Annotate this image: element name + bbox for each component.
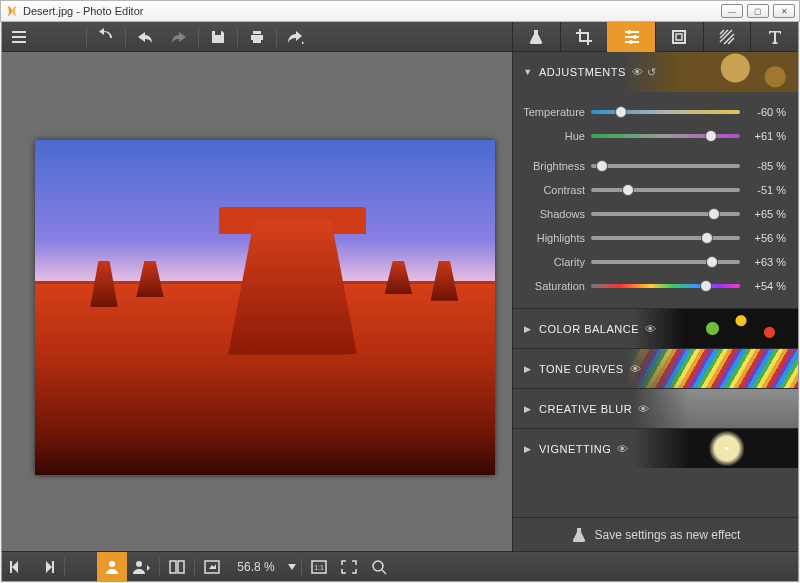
share-icon — [287, 30, 305, 44]
hamburger-menu-button[interactable] — [2, 22, 36, 52]
app-logo-icon — [5, 4, 19, 18]
window-minimize-button[interactable]: — — [721, 4, 743, 18]
tab-texture[interactable] — [703, 22, 751, 52]
caret-right-icon: ▶ — [523, 324, 533, 334]
slider-highlights: Highlights +56 % — [521, 226, 786, 250]
fit-icon — [204, 560, 220, 574]
tab-effects[interactable] — [512, 22, 560, 52]
slider-track-clarity[interactable] — [591, 260, 740, 264]
view-single-button[interactable] — [97, 552, 127, 582]
history-back-button[interactable] — [128, 22, 162, 52]
slider-saturation: Saturation +54 % — [521, 274, 786, 298]
slider-clarity: Clarity +63 % — [521, 250, 786, 274]
svg-rect-4 — [676, 34, 682, 40]
svg-rect-3 — [673, 31, 685, 43]
save-as-effect-button[interactable]: Save settings as new effect — [513, 517, 798, 551]
slider-value: -85 % — [740, 160, 786, 172]
tab-crop[interactable] — [560, 22, 608, 52]
print-icon — [249, 29, 265, 45]
eye-icon[interactable]: 👁 — [638, 403, 650, 415]
section-label: TONE CURVES — [539, 363, 624, 375]
window-maximize-button[interactable]: ▢ — [747, 4, 769, 18]
undo-button[interactable] — [89, 22, 123, 52]
svg-rect-7 — [170, 561, 176, 573]
slider-track-brightness[interactable] — [591, 164, 740, 168]
canvas-image — [35, 140, 495, 475]
fit-screen-button[interactable] — [197, 552, 227, 582]
caret-right-icon: ▶ — [523, 364, 533, 374]
fit-window-icon — [341, 560, 357, 574]
svg-point-5 — [109, 561, 115, 567]
slider-value: +54 % — [740, 280, 786, 292]
eye-icon[interactable]: 👁 — [630, 363, 642, 375]
eye-icon[interactable]: 👁 — [632, 66, 644, 78]
svg-point-1 — [633, 35, 637, 39]
svg-point-12 — [373, 561, 383, 571]
zoom-actual-button[interactable]: 1:1 — [304, 552, 334, 582]
slider-value: +65 % — [740, 208, 786, 220]
window-title: Desert.jpg - Photo Editor — [23, 5, 143, 17]
section-label: ADJUSTMENTS — [539, 66, 626, 78]
slider-track-highlights[interactable] — [591, 236, 740, 240]
save-icon — [210, 29, 226, 45]
status-bar: 56.8 % 1:1 — [2, 551, 798, 581]
slider-track-saturation[interactable] — [591, 284, 740, 288]
history-forward-button[interactable] — [162, 22, 196, 52]
save-button[interactable] — [201, 22, 235, 52]
section-creative-blur[interactable]: ▶ CREATIVE BLUR 👁 — [513, 388, 798, 428]
section-tone-curves[interactable]: ▶ TONE CURVES 👁 — [513, 348, 798, 388]
arrow-forward-icon — [171, 30, 187, 44]
tab-adjust[interactable] — [607, 22, 655, 52]
titlebar: Desert.jpg - Photo Editor — ▢ ✕ — [0, 0, 800, 22]
navigator-button[interactable] — [364, 552, 394, 582]
right-panel: ▼ ADJUSTMENTS 👁 ↺ Temperature -60 % Hue … — [512, 52, 798, 551]
svg-text:1:1: 1:1 — [314, 564, 324, 571]
canvas-area[interactable] — [2, 52, 512, 551]
reset-icon[interactable]: ↺ — [647, 66, 657, 79]
prev-image-button[interactable] — [2, 552, 32, 582]
section-label: VIGNETTING — [539, 443, 611, 455]
svg-rect-8 — [178, 561, 184, 573]
next-image-button[interactable] — [32, 552, 62, 582]
section-vignetting[interactable]: ▶ VIGNETTING 👁 — [513, 428, 798, 468]
slider-track-temperature[interactable] — [591, 110, 740, 114]
eye-icon[interactable]: 👁 — [617, 443, 629, 455]
zoom-fit-button[interactable] — [334, 552, 364, 582]
adjustments-sliders: Temperature -60 % Hue +61 % Brightness -… — [513, 92, 798, 308]
window-close-button[interactable]: ✕ — [773, 4, 795, 18]
slider-hue: Hue +61 % — [521, 124, 786, 148]
slider-value: -51 % — [740, 184, 786, 196]
eye-icon[interactable]: 👁 — [645, 323, 657, 335]
split-icon — [169, 560, 185, 574]
slider-track-contrast[interactable] — [591, 188, 740, 192]
caret-down-icon: ▼ — [523, 67, 533, 77]
zoom-dropdown-button[interactable] — [285, 552, 299, 582]
section-adjustments[interactable]: ▼ ADJUSTMENTS 👁 ↺ — [513, 52, 798, 92]
slider-shadows: Shadows +65 % — [521, 202, 786, 226]
magnifier-icon — [371, 559, 387, 575]
svg-point-0 — [627, 30, 631, 34]
main-area: ▼ ADJUSTMENTS 👁 ↺ Temperature -60 % Hue … — [2, 52, 798, 551]
arrow-back-icon — [137, 30, 153, 44]
section-label: COLOR BALANCE — [539, 323, 639, 335]
person-single-icon — [104, 560, 120, 574]
tab-preset[interactable] — [655, 22, 703, 52]
flask-save-icon — [571, 527, 587, 543]
slider-track-shadows[interactable] — [591, 212, 740, 216]
view-batch-button[interactable] — [127, 552, 157, 582]
sliders-icon — [623, 28, 641, 46]
slider-brightness: Brightness -85 % — [521, 154, 786, 178]
slider-value: +63 % — [740, 256, 786, 268]
compare-split-button[interactable] — [162, 552, 192, 582]
chevron-down-icon — [288, 564, 296, 570]
print-button[interactable] — [240, 22, 274, 52]
panel-tabs — [512, 22, 798, 52]
slider-contrast: Contrast -51 % — [521, 178, 786, 202]
section-color-balance[interactable]: ▶ COLOR BALANCE 👁 — [513, 308, 798, 348]
slider-value: +56 % — [740, 232, 786, 244]
tab-text[interactable] — [750, 22, 798, 52]
slider-value: -60 % — [740, 106, 786, 118]
share-button[interactable] — [279, 22, 313, 52]
slider-track-hue[interactable] — [591, 134, 740, 138]
crop-icon — [575, 28, 593, 46]
